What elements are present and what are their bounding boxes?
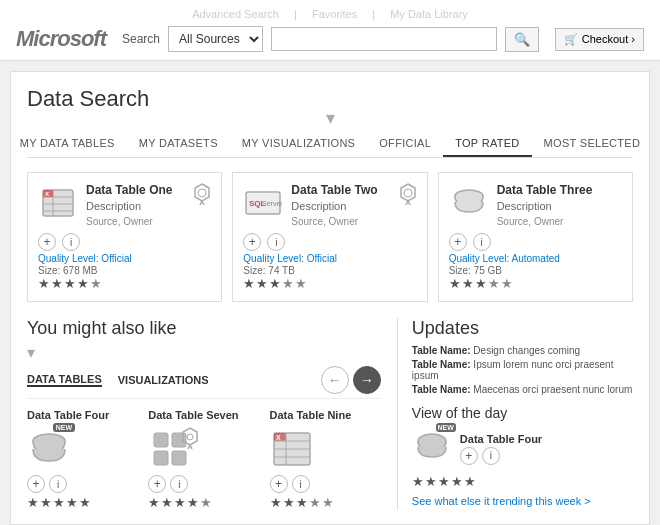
small-card-title: Data Table Nine (270, 409, 381, 421)
svg-line-10 (202, 201, 204, 205)
card-icon (449, 183, 489, 223)
updates-section: Updates Table Name: Design changes comin… (397, 318, 633, 510)
info-button[interactable]: i (292, 475, 310, 493)
nav-back-button[interactable]: ← (321, 366, 349, 394)
ribbon-badge (399, 183, 417, 205)
top-navigation: Advanced Search | Favorites | My Data Li… (16, 8, 644, 20)
source-select[interactable]: All Sources (168, 26, 263, 52)
card-icon: X (38, 183, 78, 223)
add-button[interactable]: + (270, 475, 288, 493)
tabs-row: MY DATA TABLES MY DATASETS MY VISUALIZAT… (27, 131, 633, 157)
card-header: X Data Table One Description Source, Own… (38, 183, 211, 227)
nav-forward-button[interactable]: → (353, 366, 381, 394)
star-rating: ★★★★★ (27, 495, 138, 510)
info-button[interactable]: i (170, 475, 188, 493)
small-card-icon: NEW (27, 427, 71, 471)
svg-rect-22 (154, 451, 168, 465)
advanced-search-link[interactable]: Advanced Search (192, 8, 279, 20)
search-label: Search (122, 32, 160, 46)
size-label: Size: 74 TB (243, 265, 416, 276)
star-rating: ★★★★★ (449, 276, 622, 291)
cards-row: X Data Table One Description Source, Own… (27, 172, 633, 302)
view-day-icon: NEW (412, 427, 452, 470)
card-source: Source, Owner (497, 216, 622, 227)
small-card-nine: Data Table Nine X + (270, 409, 381, 510)
card-desc: Description (291, 199, 390, 214)
sub-tab-data-tables[interactable]: DATA TABLES (27, 373, 102, 387)
svg-marker-7 (195, 184, 209, 201)
update-item-3: Table Name: Maecenas orci praesent nunc … (412, 384, 633, 395)
info-button[interactable]: i (473, 233, 491, 251)
search-input[interactable] (271, 27, 497, 51)
ribbon-badge (193, 183, 211, 205)
svg-marker-24 (183, 428, 197, 445)
card-title: Data Table Three (497, 183, 622, 197)
search-button[interactable]: 🔍 (505, 27, 539, 52)
card-source: Source, Owner (86, 216, 185, 227)
favorites-link[interactable]: Favorites (312, 8, 357, 20)
view-of-day-card: NEW Data Table Four + i (412, 427, 633, 470)
sub-tab-visualizations[interactable]: VISUALIZATIONS (118, 374, 209, 386)
small-card-icon (148, 427, 192, 471)
info-button[interactable]: i (267, 233, 285, 251)
star-rating: ★★★★★ (270, 495, 381, 510)
update-item-1: Table Name: Design changes coming (412, 345, 633, 356)
info-button[interactable]: i (62, 233, 80, 251)
tab-my-datasets[interactable]: MY DATASETS (127, 131, 230, 157)
svg-line-27 (190, 445, 192, 449)
quality-label: Quality Level: Official (38, 253, 211, 264)
view-day-card-title: Data Table Four (460, 433, 633, 445)
add-button[interactable]: + (460, 447, 478, 465)
svg-line-17 (408, 201, 410, 205)
my-data-library-link[interactable]: My Data Library (390, 8, 468, 20)
svg-point-25 (187, 434, 193, 440)
tab-my-data-tables[interactable]: MY DATA TABLES (8, 131, 127, 157)
star-rating: ★★★★★ (38, 276, 211, 291)
add-button[interactable]: + (38, 233, 56, 251)
section-title: You might also like (27, 318, 381, 339)
sub-tabs: DATA TABLES VISUALIZATIONS ← → (27, 366, 381, 399)
info-button[interactable]: i (482, 447, 500, 465)
info-button[interactable]: i (49, 475, 67, 493)
ribbon-badge (182, 425, 198, 456)
view-day-actions: + i (460, 447, 633, 465)
carousel-nav: ← → (321, 366, 381, 394)
svg-point-15 (404, 189, 412, 197)
tabs-container: MY DATA TABLES MY DATASETS MY VISUALIZAT… (27, 131, 633, 158)
tab-official[interactable]: OFFICIAL (367, 131, 443, 157)
small-card-seven: Data Table Seven (148, 409, 259, 510)
new-badge: NEW (436, 423, 456, 432)
trending-link[interactable]: See what else it trending this week > (412, 495, 633, 507)
card-data-table-two: SQL Server Data Table Two Description So… (232, 172, 427, 302)
checkout-button[interactable]: 🛒 Checkout › (555, 28, 644, 51)
tab-most-selected[interactable]: MOST SELECTED (532, 131, 653, 157)
add-button[interactable]: + (148, 475, 166, 493)
svg-text:X: X (276, 434, 281, 441)
card-header: Data Table Three Description Source, Own… (449, 183, 622, 227)
new-badge: NEW (53, 423, 75, 432)
you-might-also-like-section: You might also like ▾ DATA TABLES VISUAL… (27, 318, 381, 510)
card-icon: SQL Server (243, 183, 283, 223)
star-rating: ★★★★★ (243, 276, 416, 291)
small-card-icon: X (270, 427, 314, 471)
bottom-row: You might also like ▾ DATA TABLES VISUAL… (27, 318, 633, 510)
svg-marker-14 (401, 184, 415, 201)
card-actions: + i (449, 233, 622, 251)
star-rating: ★★★★★ (148, 495, 259, 510)
view-of-day-title: View of the day (412, 405, 633, 421)
tab-my-visualizations[interactable]: MY VISUALIZATIONS (230, 131, 368, 157)
card-desc: Description (497, 199, 622, 214)
card-info: Data Table Three Description Source, Own… (497, 183, 622, 227)
header-row: Microsoft Search All Sources 🔍 🛒 Checkou… (16, 26, 644, 52)
tab-top-rated[interactable]: TOP RATED (443, 131, 531, 157)
microsoft-logo: Microsoft (16, 26, 106, 52)
add-button[interactable]: + (243, 233, 261, 251)
card-info: Data Table Two Description Source, Owner (291, 183, 390, 227)
add-button[interactable]: + (449, 233, 467, 251)
svg-text:X: X (45, 191, 49, 197)
size-label: Size: 678 MB (38, 265, 211, 276)
add-button[interactable]: + (27, 475, 45, 493)
quality-label: Quality Level: Automated (449, 253, 622, 264)
view-day-info: Data Table Four + i (460, 433, 633, 465)
update-item-2: Table Name: Ipsum lorem nunc orci praese… (412, 359, 633, 381)
